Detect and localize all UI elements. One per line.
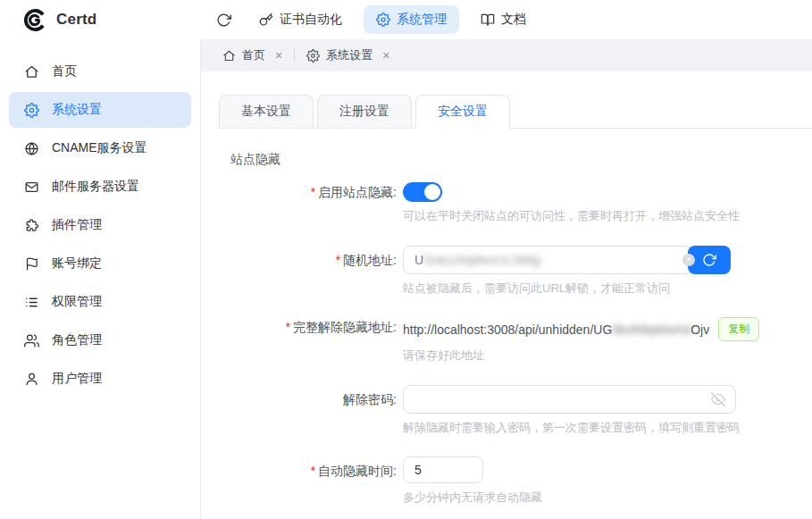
sidebar-item-label: 权限管理 xyxy=(52,294,102,310)
field-help: 站点被隐藏后，需要访问此URL解锁，才能正常访问 xyxy=(403,280,731,297)
flag-icon xyxy=(24,256,39,272)
main-area: 首页 × 系统设置 × 基本设置 注册设置 安全设置 站点隐藏 xyxy=(201,39,812,519)
tab-register-settings[interactable]: 注册设置 xyxy=(317,95,412,128)
refresh-button[interactable] xyxy=(209,5,238,34)
sidebar-item-account-binding[interactable]: 账号绑定 xyxy=(9,246,191,281)
required-mark: * xyxy=(286,320,290,334)
page-tab-home[interactable]: 首页 × xyxy=(213,39,291,71)
input-value-visible: U xyxy=(414,253,423,267)
security-settings-form: 站点隐藏 *启用站点隐藏: 可以在平时关闭站点的可访问性，需要时再打开，增强站点… xyxy=(219,152,812,506)
field-help: 可以在平时关闭站点的可访问性，需要时再打开，增强站点安全性 xyxy=(403,208,740,224)
nav-item-system-management[interactable]: 系统管理 xyxy=(364,5,459,34)
home-icon xyxy=(222,49,236,63)
book-icon xyxy=(481,13,495,27)
sidebar-item-cname-settings[interactable]: CNAME服务设置 xyxy=(9,130,191,166)
mail-icon xyxy=(24,180,39,195)
sidebar-item-label: 插件管理 xyxy=(52,217,102,233)
key-icon xyxy=(259,13,273,27)
nav-label: 证书自动化 xyxy=(280,12,342,28)
eye-off-icon[interactable] xyxy=(711,392,725,406)
random-address-input[interactable]: UGxkzz6qMwVzLNMjy xyxy=(403,246,693,274)
sidebar-item-mail-server-settings[interactable]: 邮件服务器设置 xyxy=(9,169,191,205)
sidebar-item-label: 账号绑定 xyxy=(52,255,102,272)
form-row-unlock-password: 解除密码: 解除隐藏时需要输入密码，第一次需要设置密码，填写则重置密码 xyxy=(219,385,812,436)
required-mark: * xyxy=(311,464,315,478)
enable-site-hiding-toggle[interactable] xyxy=(403,182,442,202)
settings-tabs: 基本设置 注册设置 安全设置 xyxy=(219,95,812,129)
brand: Certd xyxy=(0,8,202,32)
unlock-password-input[interactable] xyxy=(403,385,736,414)
url-redacted: 5kzR8qWwXd xyxy=(612,322,691,337)
sidebar-item-permission-management[interactable]: 权限管理 xyxy=(9,284,191,320)
sidebar-item-home[interactable]: 首页 xyxy=(9,54,191,89)
field-help: 请保存好此地址 xyxy=(403,347,759,364)
field-label: *自动隐藏时间: xyxy=(219,456,397,506)
required-mark: * xyxy=(336,253,340,267)
home-icon xyxy=(24,64,39,80)
unhide-url-text: http://localhost:3008/api/unhidden/UG5kz… xyxy=(403,320,709,339)
form-row-auto-hide-time: *自动隐藏时间: 多少分钟内无请求自动隐藏 xyxy=(219,456,812,506)
field-label: *启用站点隐藏: xyxy=(219,182,397,224)
field-label: *随机地址: xyxy=(219,246,397,297)
section-label-site-hiding: 站点隐藏 xyxy=(230,152,812,168)
puzzle-icon xyxy=(24,218,39,233)
gear-icon xyxy=(306,49,320,63)
certd-logo-icon xyxy=(22,8,46,32)
field-label: 解除密码: xyxy=(219,385,397,436)
sidebar-item-label: 邮件服务器设置 xyxy=(52,179,139,195)
opened-page-tabs: 首页 × 系统设置 × xyxy=(201,39,812,71)
list-icon xyxy=(24,295,39,310)
sidebar-item-role-management[interactable]: 角色管理 xyxy=(9,322,191,358)
sidebar-item-system-settings[interactable]: 系统设置 xyxy=(9,92,191,128)
gear-icon xyxy=(376,13,390,27)
page-tab-system-settings[interactable]: 系统设置 × xyxy=(297,39,398,71)
copy-button[interactable]: 复制 xyxy=(718,317,759,341)
sidebar-item-label: 角色管理 xyxy=(52,332,102,348)
nav-item-cert-automation[interactable]: 证书自动化 xyxy=(247,5,355,34)
form-row-random-address: *随机地址: UGxkzz6qMwVzLNMjy × xyxy=(219,246,812,297)
nav-label: 文档 xyxy=(501,12,526,28)
sidebar-item-label: CNAME服务设置 xyxy=(52,140,147,156)
sidebar-item-label: 用户管理 xyxy=(52,371,102,387)
settings-content: 基本设置 注册设置 安全设置 站点隐藏 *启用站点隐藏: 可以在平时关闭站点的可… xyxy=(201,71,812,506)
auto-hide-time-input[interactable] xyxy=(403,456,483,483)
users-icon xyxy=(24,333,39,348)
sidebar-item-user-management[interactable]: 用户管理 xyxy=(9,361,191,397)
header-nav: 证书自动化 系统管理 文档 xyxy=(209,5,539,34)
sidebar-item-plugin-management[interactable]: 插件管理 xyxy=(9,207,191,243)
tab-security-settings[interactable]: 安全设置 xyxy=(415,95,510,129)
clear-icon[interactable]: × xyxy=(682,254,695,266)
top-header: Certd 证书自动化 系统管理 文档 xyxy=(0,0,812,39)
nav-label: 系统管理 xyxy=(397,12,447,28)
close-icon[interactable]: × xyxy=(275,49,282,62)
brand-name: Certd xyxy=(56,11,96,29)
tab-basic-settings[interactable]: 基本设置 xyxy=(219,95,314,128)
required-mark: * xyxy=(311,185,315,199)
form-row-full-unhide-url: *完整解除隐藏地址: http://localhost:3008/api/unh… xyxy=(219,317,812,364)
globe-icon xyxy=(24,141,39,156)
field-label: *完整解除隐藏地址: xyxy=(219,317,397,364)
field-help: 解除隐藏时需要输入密码，第一次需要设置密码，填写则重置密码 xyxy=(403,420,740,436)
sidebar-item-label: 首页 xyxy=(52,63,77,80)
sidebar: 首页 系统设置 CNAME服务设置 邮件服务器设置 插件管理 账号绑定 权限管理 xyxy=(0,39,201,519)
gear-icon xyxy=(24,103,39,118)
nav-item-docs[interactable]: 文档 xyxy=(468,5,539,34)
app-window: Certd 证书自动化 系统管理 文档 首页 系统设置 xyxy=(0,0,812,519)
sidebar-item-label: 系统设置 xyxy=(52,102,102,118)
page-tab-label: 首页 xyxy=(242,47,265,63)
tab-divider xyxy=(294,49,295,62)
close-icon[interactable]: × xyxy=(382,49,389,62)
page-tab-label: 系统设置 xyxy=(326,47,373,63)
input-value-redacted: Gxkzz6qMwVzLNMjy xyxy=(423,253,541,267)
form-row-enable-site-hiding: *启用站点隐藏: 可以在平时关闭站点的可访问性，需要时再打开，增强站点安全性 xyxy=(219,182,812,224)
field-help: 多少分钟内无请求自动隐藏 xyxy=(403,490,542,506)
toggle-knob xyxy=(424,184,440,200)
user-icon xyxy=(24,372,39,387)
